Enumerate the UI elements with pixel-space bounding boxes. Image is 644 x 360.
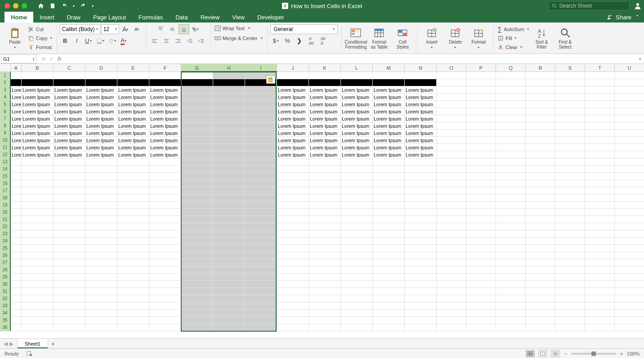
col-header-U[interactable]: U — [615, 64, 644, 72]
cell[interactable] — [149, 223, 181, 230]
cell[interactable] — [213, 259, 245, 266]
tab-view[interactable]: View — [226, 12, 251, 22]
cell[interactable]: Lorem Ipsum — [373, 115, 405, 122]
cell[interactable]: Lorem Ipsum — [54, 144, 85, 151]
cell[interactable] — [615, 252, 644, 259]
wrap-text-button[interactable]: Wrap Text▾ — [214, 24, 251, 32]
cell[interactable] — [585, 281, 615, 288]
cell[interactable] — [585, 252, 615, 259]
cell[interactable]: Lorem Ipsum — [341, 94, 373, 101]
cell[interactable]: Lorem Ipsum — [11, 115, 22, 122]
cell[interactable] — [585, 166, 615, 173]
cell[interactable] — [213, 158, 245, 166]
cell[interactable] — [54, 245, 85, 252]
cell[interactable] — [496, 86, 526, 94]
cell[interactable] — [466, 281, 496, 288]
cell[interactable] — [181, 202, 213, 209]
cell[interactable]: Lorem Ipsum — [341, 108, 373, 115]
cell[interactable] — [405, 245, 437, 252]
cell[interactable]: Lorem Ipsum — [405, 151, 437, 158]
cell[interactable]: Lorem Ipsum — [373, 108, 405, 115]
cell[interactable] — [555, 302, 585, 310]
cell[interactable]: Lorem Ipsum — [405, 101, 437, 108]
cell[interactable] — [437, 79, 466, 86]
cell[interactable]: Lorem Ipsum — [22, 108, 54, 115]
cell[interactable] — [555, 79, 585, 86]
cell[interactable] — [22, 295, 54, 302]
cell[interactable] — [526, 130, 555, 137]
row-header-16[interactable]: 16 — [0, 180, 11, 187]
cell[interactable] — [245, 180, 277, 187]
cell[interactable] — [437, 266, 466, 274]
cell[interactable] — [585, 151, 615, 158]
cell[interactable] — [117, 173, 149, 180]
row-header-28[interactable]: 28 — [0, 266, 11, 274]
cell[interactable] — [181, 187, 213, 194]
cell[interactable] — [373, 216, 405, 223]
cell[interactable] — [85, 216, 117, 223]
col-header-P[interactable]: P — [466, 64, 496, 72]
cell[interactable] — [615, 266, 644, 274]
cell[interactable] — [496, 266, 526, 274]
cell[interactable] — [615, 310, 644, 317]
cell[interactable] — [585, 72, 615, 79]
cell[interactable] — [466, 259, 496, 266]
cell[interactable] — [405, 274, 437, 281]
cell[interactable] — [466, 108, 496, 115]
cell[interactable]: Lorem Ipsum — [11, 122, 22, 130]
cell[interactable] — [585, 158, 615, 166]
cell[interactable] — [341, 238, 373, 245]
cell[interactable] — [85, 202, 117, 209]
cell[interactable] — [555, 115, 585, 122]
cell[interactable] — [117, 274, 149, 281]
cell[interactable] — [615, 259, 644, 266]
cell[interactable] — [496, 101, 526, 108]
cell[interactable] — [149, 274, 181, 281]
cell[interactable] — [496, 310, 526, 317]
cell[interactable] — [615, 209, 644, 216]
cell[interactable] — [277, 194, 309, 202]
cell[interactable] — [373, 238, 405, 245]
cell[interactable]: Lorem Ipsum — [11, 108, 22, 115]
cell[interactable] — [466, 252, 496, 259]
cell[interactable] — [585, 230, 615, 238]
cell[interactable] — [585, 274, 615, 281]
cell[interactable] — [555, 252, 585, 259]
cell[interactable]: Lorem Ipsum — [54, 101, 85, 108]
cell[interactable] — [213, 144, 245, 151]
cell[interactable] — [341, 180, 373, 187]
cell[interactable] — [526, 302, 555, 310]
cell[interactable] — [405, 295, 437, 302]
cell[interactable] — [181, 295, 213, 302]
increase-font-icon[interactable]: A▴ — [120, 24, 131, 34]
row-header-4[interactable]: 4 — [0, 94, 11, 101]
align-right-icon[interactable] — [173, 36, 183, 46]
cell[interactable] — [245, 166, 277, 173]
row-header-25[interactable]: 25 — [0, 245, 11, 252]
cell[interactable] — [22, 216, 54, 223]
cell[interactable] — [277, 288, 309, 295]
row-header-26[interactable]: 26 — [0, 252, 11, 259]
cell[interactable]: Lorem Ipsum — [11, 144, 22, 151]
increase-decimal-icon[interactable]: .0.00 — [305, 36, 316, 46]
cell[interactable] — [466, 317, 496, 324]
cell[interactable] — [245, 122, 277, 130]
cell[interactable]: Lorem Ipsum — [277, 130, 309, 137]
cell[interactable] — [585, 266, 615, 274]
cell[interactable] — [585, 259, 615, 266]
cell[interactable] — [466, 209, 496, 216]
merge-center-button[interactable]: Merge & Center▾ — [214, 34, 264, 42]
cell[interactable] — [615, 187, 644, 194]
cell[interactable]: Lorem Ipsum — [373, 122, 405, 130]
cell[interactable]: Lorem Ipsum — [149, 151, 181, 158]
cell[interactable] — [405, 266, 437, 274]
cell[interactable] — [149, 288, 181, 295]
row-header-7[interactable]: 7 — [0, 115, 11, 122]
cell[interactable] — [117, 317, 149, 324]
cell[interactable] — [555, 130, 585, 137]
cell[interactable] — [437, 245, 466, 252]
cell[interactable] — [213, 252, 245, 259]
cell[interactable] — [309, 72, 341, 79]
page-layout-view-icon[interactable] — [538, 350, 547, 357]
cell[interactable] — [22, 194, 54, 202]
